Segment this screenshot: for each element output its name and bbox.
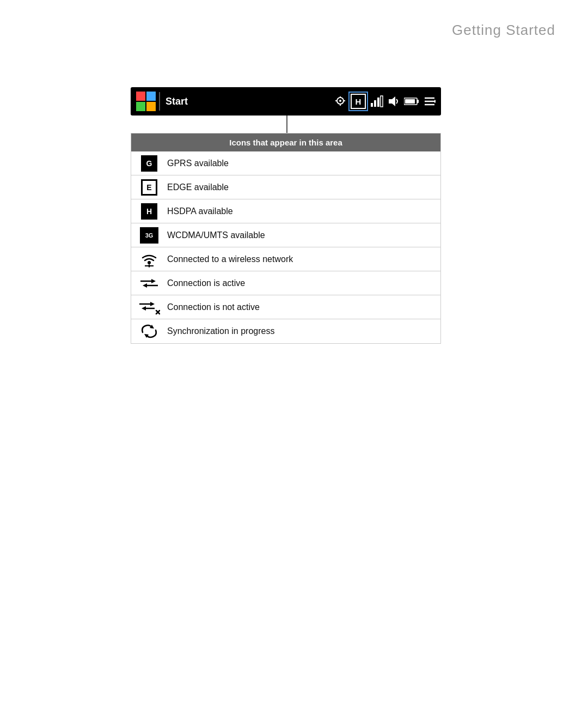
svg-marker-28 — [151, 279, 156, 283]
table-row: Synchronization in progress — [131, 319, 440, 343]
menu-icon[interactable] — [424, 95, 436, 107]
svg-marker-21 — [434, 100, 436, 103]
table-header: Icons that appear in this area — [131, 133, 440, 151]
wireless-label: Connected to a wireless network — [163, 254, 293, 264]
gprs-label: GPRS available — [163, 159, 229, 168]
svg-rect-16 — [417, 100, 419, 103]
hsdpa-taskbar-icon: H — [351, 94, 366, 109]
svg-rect-11 — [374, 100, 376, 107]
wcdma-label: WCDMA/UMTS available — [163, 230, 265, 240]
gprs-letter-icon: G — [141, 155, 157, 172]
connector — [131, 116, 441, 133]
svg-rect-1 — [146, 92, 156, 101]
table-row: 3G WCDMA/UMTS available — [131, 223, 440, 247]
svg-point-22 — [148, 261, 151, 264]
table-row: Connection is active — [131, 271, 440, 295]
hsdpa-icon: H — [136, 203, 163, 220]
page-number: Getting Started — [452, 22, 555, 39]
connection-active-label: Connection is active — [163, 278, 245, 288]
connection-active-icon — [136, 277, 163, 290]
taskbar: Start H — [131, 87, 441, 116]
svg-rect-0 — [136, 92, 145, 101]
speaker-icon — [388, 95, 400, 107]
svg-marker-32 — [150, 302, 155, 306]
svg-point-9 — [339, 100, 341, 102]
svg-marker-14 — [389, 96, 395, 106]
wireless-icon — [136, 251, 163, 268]
svg-marker-34 — [142, 306, 146, 311]
connector-line — [286, 116, 287, 133]
connection-inactive-icon — [136, 300, 163, 315]
wcdma-icon: 3G — [136, 227, 163, 244]
taskbar-icons: H — [334, 94, 436, 109]
edge-label: EDGE available — [163, 183, 229, 192]
svg-rect-2 — [136, 102, 145, 111]
svg-marker-30 — [143, 283, 147, 288]
svg-rect-17 — [405, 99, 415, 104]
content-area: Start H — [131, 87, 441, 344]
taskbar-divider — [159, 92, 160, 111]
svg-rect-13 — [381, 96, 383, 107]
table-row: E EDGE available — [131, 175, 440, 199]
edge-icon: E — [136, 179, 163, 196]
windows-logo-icon — [136, 92, 156, 111]
battery-icon — [404, 97, 419, 106]
svg-rect-3 — [146, 102, 156, 111]
svg-rect-12 — [377, 98, 379, 107]
table-row: Connection is not active — [131, 295, 440, 319]
connection-inactive-label: Connection is not active — [163, 302, 260, 312]
table-row: G GPRS available — [131, 151, 440, 175]
table-row: H HSDPA available — [131, 199, 440, 223]
signal-bars-icon — [370, 95, 383, 107]
sync-icon — [136, 323, 163, 339]
gps-icon — [334, 95, 346, 107]
table-row: Connected to a wireless network — [131, 247, 440, 271]
svg-rect-10 — [371, 103, 373, 107]
taskbar-start-label[interactable]: Start — [166, 96, 188, 107]
icon-table: Icons that appear in this area G GPRS av… — [131, 133, 441, 344]
hsdpa-label: HSDPA available — [163, 206, 233, 216]
sync-label: Synchronization in progress — [163, 326, 274, 336]
edge-letter-icon: E — [141, 179, 157, 196]
gprs-icon: G — [136, 155, 163, 172]
wcdma-letter-icon: 3G — [140, 227, 158, 244]
hsdpa-letter-icon: H — [141, 203, 157, 220]
